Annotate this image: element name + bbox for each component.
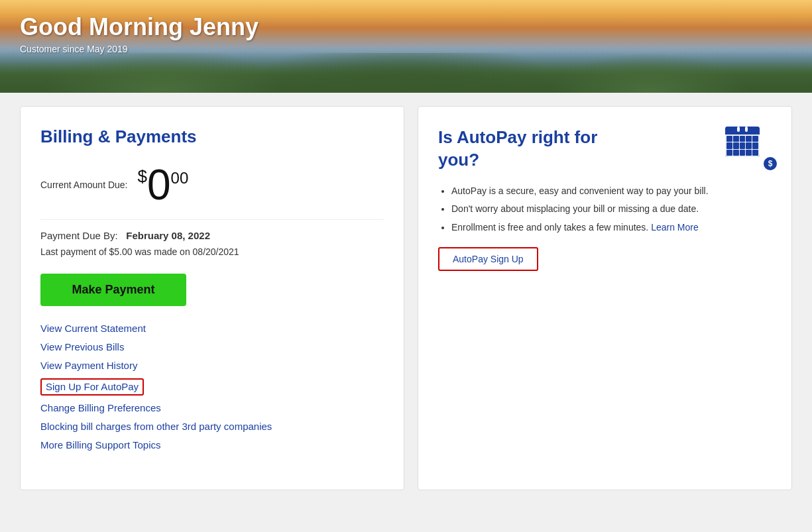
hero-text: Good Morning Jenny Customer since May 20…: [0, 0, 812, 68]
autopay-header: Is AutoPay right for you?: [438, 127, 772, 185]
list-item: View Previous Bills: [40, 341, 384, 353]
autopay-bullet-3: Enrollment is free and only takes a few …: [451, 221, 772, 235]
amount-value: $ 0 00: [138, 164, 189, 206]
signup-autopay-link[interactable]: Sign Up For AutoPay: [46, 381, 139, 392]
amount-cents: 00: [171, 169, 189, 187]
customer-since: Customer since May 2019: [20, 44, 792, 54]
greeting-title: Good Morning Jenny: [20, 13, 792, 41]
list-item: View Payment History: [40, 360, 384, 372]
list-item: Change Billing Preferences: [40, 402, 384, 414]
calendar-ring-right: [745, 127, 748, 132]
billing-links-list: View Current Statement View Previous Bil…: [40, 323, 384, 451]
list-item: Sign Up For AutoPay: [40, 378, 384, 396]
change-billing-prefs-link[interactable]: Change Billing Preferences: [40, 402, 161, 413]
main-content: Billing & Payments Current Amount Due: $…: [0, 93, 812, 504]
calendar-ring-left: [737, 127, 740, 132]
billing-title: Billing & Payments: [40, 127, 384, 147]
blocking-bill-charges-link[interactable]: Blocking bill charges from other 3rd par…: [40, 421, 272, 432]
learn-more-link[interactable]: Learn More: [651, 222, 699, 233]
autopay-bullet-2: Don't worry about misplacing your bill o…: [451, 203, 772, 216]
autopay-title: Is AutoPay right for you?: [438, 127, 597, 172]
divider: [40, 219, 384, 220]
view-current-statement-link[interactable]: View Current Statement: [40, 323, 146, 334]
dollar-sign: $: [138, 166, 147, 187]
amount-whole: 0: [147, 164, 171, 206]
autopay-card: Is AutoPay right for you?: [418, 106, 792, 490]
autopay-title-line1: Is AutoPay right for: [438, 127, 597, 147]
autopay-signup-button[interactable]: AutoPay Sign Up: [438, 247, 538, 271]
autopay-bullets: AutoPay is a secure, easy and convenient…: [438, 185, 772, 235]
calendar-body: [725, 127, 760, 157]
list-item: View Current Statement: [40, 323, 384, 335]
list-item: More Billing Support Topics: [40, 439, 384, 451]
dollar-badge: $: [762, 156, 778, 172]
signup-autopay-highlighted: Sign Up For AutoPay: [40, 378, 144, 396]
calendar-top: [725, 127, 760, 134]
view-previous-bills-link[interactable]: View Previous Bills: [40, 341, 124, 352]
calendar-grid: [725, 134, 760, 157]
autopay-title-line2: you?: [438, 150, 479, 170]
calendar-dollar-icon: $: [725, 127, 772, 166]
amount-label: Current Amount Due:: [40, 180, 128, 190]
make-payment-button[interactable]: Make Payment: [40, 274, 186, 306]
view-payment-history-link[interactable]: View Payment History: [40, 360, 137, 371]
due-date-label: Payment Due By:: [40, 230, 118, 241]
billing-payments-card: Billing & Payments Current Amount Due: $…: [20, 106, 404, 490]
due-date-row: Payment Due By: February 08, 2022: [40, 230, 384, 241]
more-billing-support-link[interactable]: More Billing Support Topics: [40, 439, 160, 451]
hero-banner: Good Morning Jenny Customer since May 20…: [0, 0, 812, 93]
autopay-bullet-1: AutoPay is a secure, easy and convenient…: [451, 185, 772, 198]
amount-row: Current Amount Due: $ 0 00: [40, 164, 384, 206]
last-payment-text: Last payment of $5.00 was made on 08/20/…: [40, 246, 384, 257]
list-item: Blocking bill charges from other 3rd par…: [40, 421, 384, 433]
due-date-value: February 08, 2022: [126, 230, 210, 241]
